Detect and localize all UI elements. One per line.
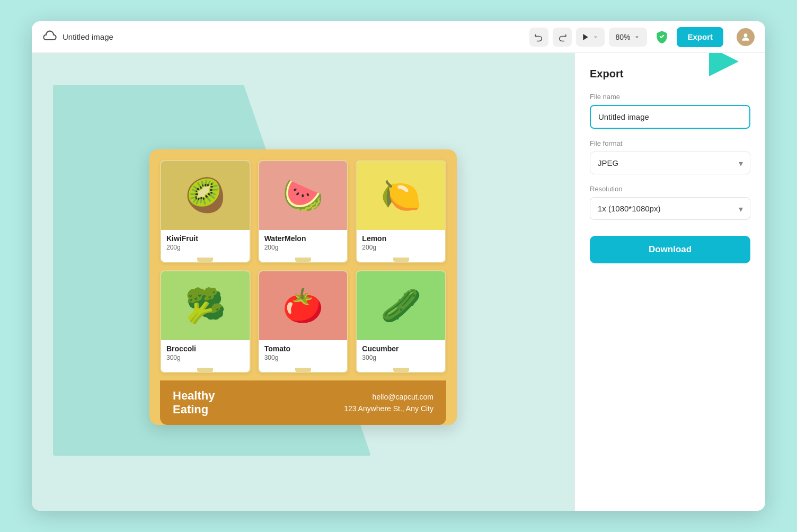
food-weight: 300g [264, 354, 342, 361]
svg-marker-0 [583, 34, 588, 40]
file-format-select-wrap: JPEGPNGPDFSVG ▾ [590, 152, 750, 174]
food-card: 🍅 Tomato 300g [258, 270, 349, 373]
cloud-icon [42, 29, 57, 46]
resolution-label: Resolution [590, 185, 750, 193]
main-area: 🥝 KiwiFruit 200g 🍉 WaterMelon 200g 🍋 Lem… [32, 53, 765, 511]
food-card: 🥒 Cucumber 300g [356, 270, 446, 373]
app-window: Untitled image 80% [32, 21, 765, 511]
document-title: Untitled image [63, 32, 113, 41]
export-button[interactable]: Export [677, 27, 723, 47]
header-right: Export [653, 27, 755, 47]
preview-button[interactable] [576, 28, 605, 47]
canvas-area[interactable]: 🥝 KiwiFruit 200g 🍉 WaterMelon 200g 🍋 Lem… [32, 53, 574, 511]
file-name-input[interactable] [590, 105, 750, 129]
export-panel: Export File name File format JPEGPNGPDFS… [574, 53, 765, 511]
food-weight: 200g [264, 244, 342, 251]
header-left: Untitled image [42, 29, 523, 46]
svg-point-1 [744, 33, 748, 37]
food-weight: 200g [166, 244, 244, 251]
food-name: WaterMelon [264, 234, 342, 243]
food-card-grid: 🥝 KiwiFruit 200g 🍉 WaterMelon 200g 🍋 Lem… [149, 149, 457, 425]
food-weight: 200g [362, 244, 440, 251]
footer-contact: hello@capcut.com 123 Anywhere St., Any C… [344, 391, 433, 415]
zoom-control[interactable]: 80% [609, 28, 647, 47]
avatar[interactable] [737, 28, 755, 46]
food-name: Cucumber [362, 344, 440, 353]
file-format-label: File format [590, 139, 750, 147]
tooltip-arrow [709, 53, 739, 78]
shield-icon[interactable] [653, 29, 670, 46]
food-weight: 300g [166, 354, 244, 361]
food-cards-container: 🥝 KiwiFruit 200g 🍉 WaterMelon 200g 🍋 Lem… [160, 160, 446, 373]
food-name: Broccoli [166, 344, 244, 353]
svg-marker-2 [709, 53, 739, 76]
download-button[interactable]: Download [590, 236, 750, 263]
resolution-select-wrap: 1x (1080*1080px)2x (2160*2160px)0.5x (54… [590, 197, 750, 220]
food-card: 🥝 KiwiFruit 200g [160, 160, 251, 263]
file-name-label: File name [590, 93, 750, 101]
food-name: Lemon [362, 234, 440, 243]
food-card: 🍉 WaterMelon 200g [258, 160, 349, 263]
zoom-value: 80% [615, 33, 630, 41]
food-weight: 300g [362, 354, 440, 361]
undo-button[interactable] [529, 28, 548, 47]
food-card: 🍋 Lemon 200g [356, 160, 446, 263]
footer-email: hello@capcut.com [373, 393, 433, 401]
header-center: 80% [529, 28, 647, 47]
redo-button[interactable] [553, 28, 572, 47]
food-name: Tomato [264, 344, 342, 353]
header-divider [730, 29, 730, 45]
footer-title: HealthyEating [173, 389, 215, 417]
footer-banner: HealthyEating hello@capcut.com 123 Anywh… [160, 380, 446, 425]
food-card: 🥦 Broccoli 300g [160, 270, 251, 373]
header: Untitled image 80% [32, 21, 765, 53]
footer-address: 123 Anywhere St., Any City [344, 404, 433, 413]
resolution-select[interactable]: 1x (1080*1080px)2x (2160*2160px)0.5x (54… [590, 197, 750, 220]
food-name: KiwiFruit [166, 234, 244, 243]
file-format-select[interactable]: JPEGPNGPDFSVG [590, 152, 750, 174]
